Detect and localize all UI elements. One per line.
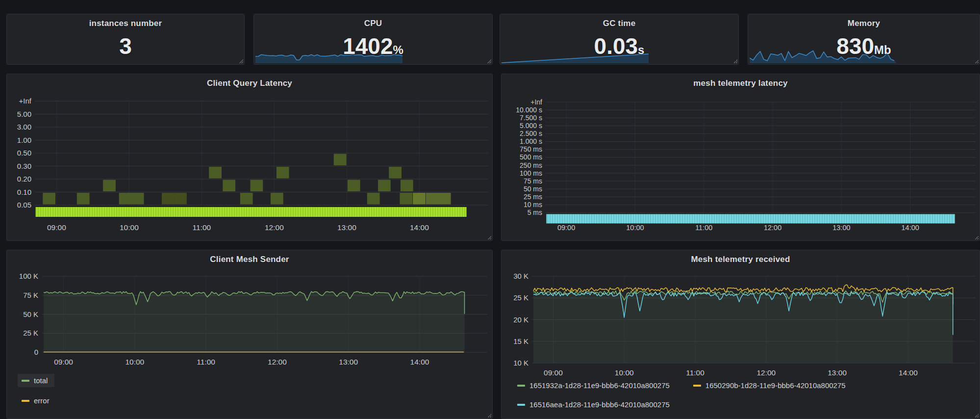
legend-label: 16516aea-1d28-11e9-bbb6-42010a800275: [529, 401, 670, 408]
svg-text:14:00: 14:00: [899, 368, 918, 377]
svg-text:0: 0: [34, 348, 38, 356]
panel-title[interactable]: Client Query Latency: [7, 79, 492, 88]
svg-text:09:00: 09:00: [54, 358, 73, 366]
panel-title[interactable]: CPU: [254, 19, 492, 28]
svg-text:250 ms: 250 ms: [520, 161, 542, 169]
svg-text:12:00: 12:00: [764, 224, 781, 232]
svg-text:+Inf: +Inf: [530, 98, 542, 106]
legend-item-error[interactable]: error: [18, 394, 56, 407]
svg-text:100 K: 100 K: [19, 272, 38, 280]
svg-text:0.20: 0.20: [17, 175, 31, 183]
panel-instances-number: instances number 3: [6, 14, 245, 65]
svg-text:10.000 s: 10.000 s: [516, 106, 542, 114]
svg-text:100 ms: 100 ms: [520, 169, 542, 177]
stat-unit: s: [638, 43, 644, 56]
stat-unit: Mb: [874, 43, 891, 56]
svg-text:50 K: 50 K: [23, 310, 38, 318]
svg-text:15 K: 15 K: [513, 337, 528, 345]
svg-text:09:00: 09:00: [47, 223, 66, 232]
panel-resize-handle[interactable]: [732, 58, 737, 63]
panel-title[interactable]: GC time: [500, 19, 738, 28]
svg-text:12:00: 12:00: [265, 223, 284, 232]
panel-memory: Memory 830Mb: [748, 14, 980, 65]
legend-item-total[interactable]: total: [18, 374, 54, 387]
svg-text:75 K: 75 K: [23, 291, 38, 299]
svg-text:10:00: 10:00: [125, 358, 144, 366]
stat-value: 830Mb: [748, 35, 980, 57]
svg-text:5 ms: 5 ms: [528, 209, 542, 216]
svg-text:5.000 s: 5.000 s: [520, 122, 542, 130]
svg-text:13:00: 13:00: [339, 358, 358, 366]
panel-client-mesh-sender: Client Mesh Sender 09:0010:0011:0012:001…: [6, 250, 493, 419]
svg-text:5.00: 5.00: [17, 110, 31, 118]
panel-title[interactable]: Mesh telemetry received: [502, 255, 980, 264]
panel-resize-handle[interactable]: [974, 413, 979, 418]
svg-text:11:00: 11:00: [193, 223, 211, 232]
svg-text:14:00: 14:00: [410, 223, 429, 232]
legend-item-instance-1[interactable]: 1651932a-1d28-11e9-bbb6-42010a800275: [513, 379, 677, 392]
svg-text:11:00: 11:00: [197, 358, 215, 366]
svg-text:+Inf: +Inf: [19, 97, 32, 105]
svg-text:12:00: 12:00: [756, 368, 776, 377]
svg-text:14:00: 14:00: [410, 358, 429, 366]
svg-text:30 K: 30 K: [513, 272, 528, 280]
series-color-dash: [22, 400, 29, 402]
panel-resize-handle[interactable]: [486, 58, 491, 63]
svg-text:75 ms: 75 ms: [524, 177, 542, 185]
svg-text:14:00: 14:00: [902, 224, 919, 232]
svg-text:11:00: 11:00: [695, 224, 712, 232]
svg-text:10 ms: 10 ms: [524, 201, 542, 209]
panel-resize-handle[interactable]: [974, 58, 979, 63]
legend-item-instance-2[interactable]: 1650290b-1d28-11e9-bbb6-42010a800275: [689, 379, 853, 392]
svg-text:25 K: 25 K: [513, 293, 528, 302]
stat-value: 0.03s: [500, 35, 738, 57]
panel-resize-handle[interactable]: [974, 235, 979, 239]
grafana-dashboard: { "theme":{ "page_bg":"#141619","panel_b…: [0, 0, 980, 419]
series-color-dash: [517, 404, 525, 406]
panel-mesh-telemetry-latency: mesh telemetry latency 09:0010:0011:0012…: [501, 74, 980, 241]
mesh-telemetry-received-legend: 1651932a-1d28-11e9-bbb6-42010a800275 165…: [513, 379, 955, 417]
svg-text:1.00: 1.00: [17, 136, 31, 144]
svg-text:3.00: 3.00: [17, 123, 31, 131]
svg-text:10:00: 10:00: [120, 223, 139, 232]
panel-title[interactable]: Memory: [748, 19, 980, 28]
svg-text:13:00: 13:00: [337, 223, 356, 232]
series-color-dash: [517, 385, 525, 387]
legend-label: 1651932a-1d28-11e9-bbb6-42010a800275: [529, 382, 670, 389]
legend-label: total: [34, 377, 48, 384]
panel-title[interactable]: mesh telemetry latency: [502, 79, 980, 88]
legend-item-instance-3[interactable]: 16516aea-1d28-11e9-bbb6-42010a800275: [513, 398, 677, 411]
svg-text:2.500 s: 2.500 s: [520, 130, 542, 137]
svg-text:13:00: 13:00: [832, 224, 850, 232]
panel-title[interactable]: Client Mesh Sender: [7, 255, 492, 264]
stat-unit: %: [393, 43, 403, 56]
panel-resize-handle[interactable]: [486, 235, 491, 239]
svg-text:09:00: 09:00: [557, 224, 575, 232]
series-color-dash: [22, 380, 29, 382]
svg-text:50 ms: 50 ms: [524, 185, 542, 193]
stat-value: 3: [7, 35, 244, 57]
svg-text:750 ms: 750 ms: [520, 145, 542, 153]
svg-text:0.30: 0.30: [17, 162, 31, 170]
panel-resize-handle[interactable]: [486, 413, 491, 418]
svg-text:500 ms: 500 ms: [520, 153, 542, 161]
legend-label: error: [34, 397, 50, 404]
client-query-latency-heatmap[interactable]: 09:0010:0011:0012:0013:0014:00+Inf5.003.…: [7, 74, 492, 240]
svg-text:10:00: 10:00: [615, 368, 634, 377]
panel-resize-handle[interactable]: [238, 58, 243, 63]
stat-value: 1402%: [254, 35, 492, 57]
panel-title[interactable]: instances number: [7, 19, 244, 28]
svg-text:09:00: 09:00: [544, 368, 563, 377]
svg-text:1.000 s: 1.000 s: [520, 137, 542, 145]
panel-mesh-telemetry-received: Mesh telemetry received 09:0010:0011:001…: [501, 250, 980, 419]
svg-text:0.10: 0.10: [17, 188, 31, 196]
svg-text:25 ms: 25 ms: [524, 193, 542, 201]
svg-text:20 K: 20 K: [513, 315, 528, 324]
panel-client-query-latency: Client Query Latency 09:0010:0011:0012:0…: [6, 74, 493, 241]
panel-cpu: CPU 1402%: [253, 14, 493, 65]
svg-text:12:00: 12:00: [268, 358, 287, 366]
svg-text:7.500 s: 7.500 s: [520, 114, 542, 122]
client-mesh-sender-graph[interactable]: 09:0010:0011:0012:0013:0014:00100 K75 K5…: [7, 250, 492, 419]
svg-text:10 K: 10 K: [513, 359, 528, 367]
mesh-telemetry-latency-heatmap[interactable]: 09:0010:0011:0012:0013:0014:00+Inf10.000…: [502, 74, 980, 240]
